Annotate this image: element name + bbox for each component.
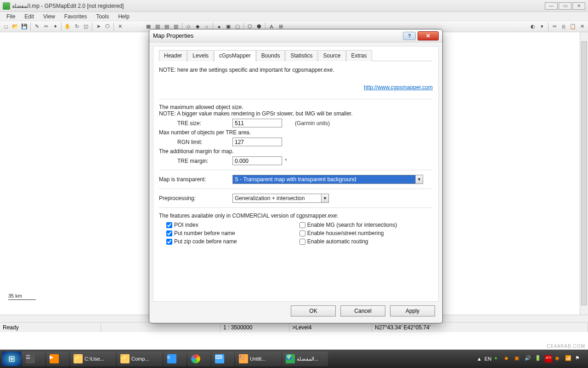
obj-size-label: The maximum allowed object size. xyxy=(159,104,433,110)
task-item[interactable]: ☰ xyxy=(22,351,45,366)
obj-size-note: NOTE: A bigger value makes rendering in … xyxy=(159,110,433,117)
task-item-explorer[interactable]: 📁C:\Use... xyxy=(70,351,116,366)
tool-icon[interactable]: ✂ xyxy=(42,23,50,31)
check-enable-routing[interactable]: Enable automatic routing xyxy=(292,238,397,245)
taskbar: ⊞ ☰ ▶ 📁C:\Use... 📁Comp... e ⌨ 🎨Untitl...… xyxy=(0,350,588,368)
tray-icon[interactable]: ● xyxy=(494,355,502,362)
task-item-paint[interactable]: 🎨Untitl... xyxy=(235,351,281,366)
window-titlebar: المفضلة.mp - GPSMapEdit 2.0 [not registe… xyxy=(0,0,588,12)
help-button[interactable]: ? xyxy=(403,32,416,40)
cut-icon[interactable]: ✂ xyxy=(550,23,559,31)
new-icon[interactable]: □ xyxy=(2,23,10,31)
tab-cgpsmapper[interactable]: cGpsMapper xyxy=(214,50,256,61)
paste-icon[interactable]: 📋 xyxy=(569,23,577,31)
close-button[interactable]: ✕ xyxy=(572,2,585,10)
save-icon[interactable]: 💾 xyxy=(20,23,28,31)
window-title: المفضلة.mp - GPSMapEdit 2.0 [not registe… xyxy=(12,3,545,9)
minimize-button[interactable]: — xyxy=(545,2,558,10)
tool-icon[interactable]: ✋ xyxy=(63,23,72,31)
chevron-down-icon[interactable]: ▼ xyxy=(321,194,328,202)
preprocessing-label: Preprocessing: xyxy=(159,195,232,201)
dialog-tabs: Header Levels cGpsMapper Bounds Statisti… xyxy=(159,50,433,61)
battery-icon[interactable]: 🔋 xyxy=(535,355,542,362)
menu-file[interactable]: File xyxy=(2,12,20,21)
status-scale: 1 : 3500000 xyxy=(220,322,289,332)
check-enable-mg[interactable]: Enable MG (search for intersections) xyxy=(292,222,397,228)
dialog-close-button[interactable]: ✕ xyxy=(418,31,439,40)
language-indicator[interactable]: EN xyxy=(485,356,492,362)
watermark: CE4ARAB.COM xyxy=(547,344,585,349)
tab-header[interactable]: Header xyxy=(159,50,187,61)
check-zip-before-name[interactable]: Put zip code before name xyxy=(159,238,237,245)
rgn-limit-input[interactable] xyxy=(232,138,282,146)
delete-icon[interactable]: ✕ xyxy=(578,23,586,31)
tray-icon[interactable]: ATI xyxy=(545,355,552,362)
menu-edit[interactable]: Edit xyxy=(20,12,39,21)
tool-icon[interactable]: ↻ xyxy=(73,23,81,31)
chevron-down-icon[interactable]: ▼ xyxy=(415,175,423,184)
tab-source[interactable]: Source xyxy=(318,50,345,61)
preprocessing-select[interactable]: Generalization + intersection ▼ xyxy=(232,194,329,203)
margin-label: The additional margin for map. xyxy=(159,148,433,155)
flag-icon[interactable]: ⚑ xyxy=(575,355,582,362)
start-button[interactable]: ⊞ xyxy=(2,351,21,366)
tool-icon[interactable]: ✎ xyxy=(33,23,41,31)
map-properties-dialog: Map Properties ? ✕ Header Levels cGpsMap… xyxy=(149,29,443,323)
task-item[interactable]: ▶ xyxy=(46,351,69,366)
menu-tools[interactable]: Tools xyxy=(91,12,113,21)
open-icon[interactable]: 📂 xyxy=(11,23,19,31)
menu-view[interactable]: View xyxy=(39,12,60,21)
tool-icon[interactable]: ✕ xyxy=(116,23,124,31)
tray-show-hidden-icon[interactable]: ▲ xyxy=(477,356,482,362)
task-item-chrome[interactable] xyxy=(187,351,210,366)
check-poi-index[interactable]: POI index xyxy=(159,222,237,228)
status-bar: Ready 1 : 3500000 >Level4 N27°43.34' E42… xyxy=(0,322,588,332)
app-icon xyxy=(3,2,10,10)
volume-icon[interactable]: 🔊 xyxy=(525,355,532,362)
apply-button[interactable]: Apply xyxy=(390,305,435,316)
check-enable-house[interactable]: Enable house/street numbering xyxy=(292,230,397,236)
tab-levels[interactable]: Levels xyxy=(187,50,214,61)
dialog-title-text: Map Properties xyxy=(153,32,193,39)
dialog-titlebar[interactable]: Map Properties ? ✕ xyxy=(149,29,442,42)
tre-size-unit: (Garmin units) xyxy=(295,120,330,126)
menu-help[interactable]: Help xyxy=(113,12,134,21)
tre-margin-input[interactable] xyxy=(232,156,282,165)
tre-margin-unit: ° xyxy=(285,158,287,164)
tray-icon[interactable]: ◆ xyxy=(504,355,512,362)
check-number-before-name[interactable]: Put number before name xyxy=(159,230,237,236)
vertical-scrollbar[interactable] xyxy=(580,32,588,315)
cgpsmapper-link[interactable]: http://www.cgpsmapper.com xyxy=(364,84,433,91)
dropdown-icon[interactable]: ▾ xyxy=(538,23,546,31)
task-item-gpsmapedit[interactable]: 🌍المفضلة... xyxy=(282,351,328,366)
network-icon[interactable]: 📶 xyxy=(565,355,572,362)
maximize-button[interactable]: ▭ xyxy=(559,2,571,10)
tool-icon[interactable]: ◐ xyxy=(529,23,537,31)
status-coords: N27°43.34' E42°05.74' xyxy=(372,322,588,332)
tab-bounds[interactable]: Bounds xyxy=(256,50,285,61)
tool-icon[interactable]: ◫ xyxy=(82,23,90,31)
tool-icon[interactable]: ✦ xyxy=(51,23,59,31)
cancel-button[interactable]: Cancel xyxy=(340,305,385,316)
menu-favorites[interactable]: Favorites xyxy=(60,12,91,21)
status-cell xyxy=(101,322,220,332)
commercial-label: The features available only in COMMERCIA… xyxy=(159,213,433,219)
tab-statistics[interactable]: Statistics xyxy=(285,50,317,61)
scale-indicator: 35 km xyxy=(8,293,36,300)
ok-button[interactable]: OK xyxy=(291,305,336,316)
tray-icon[interactable]: ▣ xyxy=(514,355,522,362)
tab-extras[interactable]: Extras xyxy=(346,50,372,61)
tre-size-label: TRE size: xyxy=(159,120,232,126)
tre-size-input[interactable] xyxy=(232,119,282,127)
task-item-ie[interactable]: e xyxy=(164,351,187,366)
task-item-explorer[interactable]: 📁Comp... xyxy=(117,351,163,366)
system-tray: ▲ EN ● ◆ ▣ 🔊 🔋 ATI ◉ 📶 ⚑ xyxy=(477,355,586,362)
copy-icon[interactable]: ⎘ xyxy=(560,23,568,31)
tray-icon[interactable]: ◉ xyxy=(555,355,562,362)
max-obj-label: Max number of objects per TRE area. xyxy=(159,129,433,136)
tre-margin-label: TRE margin: xyxy=(159,158,232,164)
task-item[interactable]: ⌨ xyxy=(211,351,234,366)
transparent-select[interactable]: S - Transparent map with transparent bac… xyxy=(232,175,423,184)
tool-icon[interactable]: ⎔ xyxy=(103,23,112,31)
pointer-icon[interactable]: ➤ xyxy=(94,23,102,31)
